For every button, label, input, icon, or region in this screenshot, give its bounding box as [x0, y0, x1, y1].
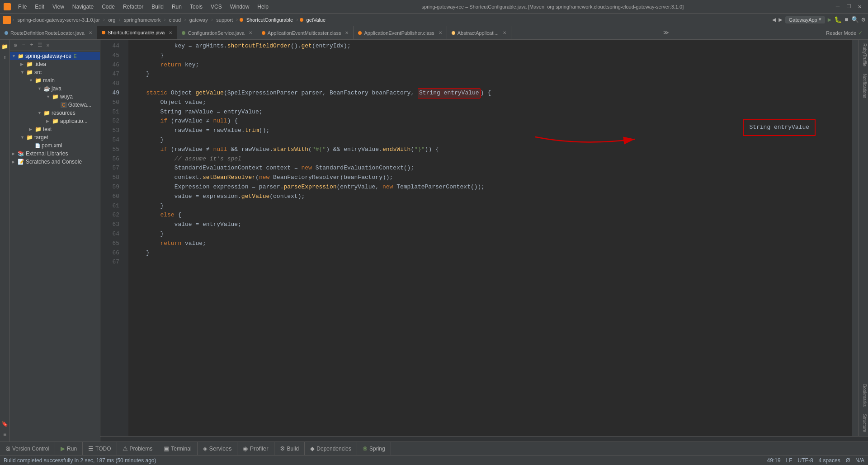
breadcrumb-org[interactable]: org — [106, 16, 117, 23]
sidebar-gear-icon[interactable]: ⚙ — [12, 42, 19, 49]
tree-idea[interactable]: ▶ 📁 .idea — [10, 60, 100, 68]
cursor-position[interactable]: 49:19 — [767, 457, 781, 464]
run-button[interactable]: ▶ — [828, 16, 831, 23]
tab-abstractapplicati[interactable]: AbstractApplicati... ✕ — [447, 26, 511, 39]
menu-file[interactable]: File — [14, 2, 30, 11]
tree-label: src — [34, 69, 42, 75]
tree-external-libraries[interactable]: ▶ 📚 External Libraries — [10, 150, 100, 158]
breadcrumb-cloud[interactable]: cloud — [167, 16, 183, 23]
bottom-spring[interactable]: ❀ Spring — [357, 442, 391, 455]
breadcrumb-shortcutconfigurable[interactable]: ShortcutConfigurable — [245, 16, 295, 23]
menu-run[interactable]: Run — [168, 2, 185, 11]
bottom-run[interactable]: ▶ Run — [55, 442, 83, 455]
tree-test[interactable]: ▶ 📁 test — [10, 125, 100, 133]
menu-view[interactable]: View — [49, 2, 68, 11]
bottom-version-control[interactable]: ⛓ Version Control — [0, 442, 55, 455]
maximize-button[interactable]: □ — [844, 3, 853, 10]
right-panel-rubytruffle[interactable]: RubyTruffle — [859, 40, 868, 70]
folder-icon: 📁 — [35, 126, 42, 132]
sidebar-expand-icon[interactable]: + — [28, 42, 35, 49]
tab-close-icon[interactable]: ✕ — [503, 30, 506, 35]
breadcrumb-jar[interactable]: spring-cloud-gateway-server-3.1.0.jar — [16, 16, 102, 23]
tree-resources[interactable]: ▼ 📁 resources — [10, 109, 100, 117]
menu-bar[interactable]: File Edit View Navigate Code Refactor Bu… — [14, 2, 272, 11]
close-button[interactable]: ✕ — [855, 3, 864, 10]
tab-close-icon[interactable]: ✕ — [249, 30, 252, 35]
tab-close-icon[interactable]: ✕ — [345, 30, 349, 35]
tabs-overflow[interactable]: ≫ — [660, 29, 672, 36]
settings-button[interactable]: ⚙ — [862, 16, 865, 23]
breadcrumb-method[interactable]: getValue — [300, 16, 328, 23]
minimize-button[interactable]: ─ — [833, 3, 842, 10]
tab-close-icon[interactable]: ✕ — [439, 30, 442, 35]
profiler-label: Profiler — [250, 445, 268, 452]
encoding[interactable]: UTF-8 — [798, 457, 813, 464]
bottom-dependencies[interactable]: ◆ Dependencies — [305, 442, 357, 455]
menu-vcs[interactable]: VCS — [207, 2, 226, 11]
tab-routedefinition[interactable]: RouteDefinitionRouteLocator.java ✕ — [0, 26, 97, 39]
tree-java[interactable]: ▼ ☕ java — [10, 85, 100, 93]
horizontal-scrollbar[interactable] — [100, 436, 868, 442]
right-panel-structure[interactable]: Structure — [859, 410, 868, 436]
tab-applicationeventmulticaster[interactable]: ApplicationEventMulticaster.class ✕ — [257, 26, 354, 39]
bottom-problems[interactable]: ⚠ Problems — [117, 442, 159, 455]
menu-navigate[interactable]: Navigate — [69, 2, 97, 11]
tree-application[interactable]: ▶ 📁 applicatio... — [10, 117, 100, 125]
menu-refactor[interactable]: Refactor — [119, 2, 147, 11]
menu-tools[interactable]: Tools — [186, 2, 206, 11]
tab-close-icon[interactable]: ✕ — [169, 30, 172, 35]
back-button[interactable]: ◀ — [772, 16, 776, 23]
menu-code[interactable]: Code — [98, 2, 118, 11]
class-icon — [240, 18, 243, 22]
bottom-terminal[interactable]: ▣ Terminal — [158, 442, 197, 455]
line-ending[interactable]: LF — [786, 457, 793, 464]
vertical-scrollbar[interactable] — [852, 40, 858, 436]
forward-button[interactable]: ▶ — [778, 16, 782, 23]
reader-mode-toggle[interactable]: Reader Mode ✓ — [821, 26, 868, 39]
bottom-todo[interactable]: ☰ TODO — [83, 442, 117, 455]
search-button[interactable]: 🔍 — [851, 16, 859, 23]
menu-edit[interactable]: Edit — [31, 2, 48, 11]
sidebar-collapse-icon[interactable]: − — [20, 42, 27, 49]
tree-scratches[interactable]: ▶ 📝 Scratches and Console — [10, 158, 100, 166]
nav-bar: › spring-cloud-gateway-server-3.1.0.jar … — [0, 14, 868, 26]
indent[interactable]: 4 spaces — [819, 457, 840, 464]
run-config-name: GatewayApp — [789, 17, 817, 23]
bookmark-icon[interactable]: 🔖 — [1, 420, 9, 428]
menu-window[interactable]: Window — [226, 2, 253, 11]
right-panel-notifications[interactable]: Notifications — [859, 70, 868, 102]
code-line-60: value = expression.getValue(context); — [132, 192, 848, 202]
run-config[interactable]: GatewayApp ▼ — [785, 16, 825, 23]
tab-close-icon[interactable]: ✕ — [89, 30, 92, 35]
breadcrumb-support[interactable]: support — [214, 16, 235, 23]
menu-build[interactable]: Build — [148, 2, 167, 11]
sidebar-settings-icon[interactable]: ☰ — [36, 42, 43, 49]
tree-main[interactable]: ▼ 📁 main — [10, 76, 100, 85]
bottom-profiler[interactable]: ◉ Profiler — [237, 442, 274, 455]
breadcrumb-gateway[interactable]: gateway — [188, 16, 210, 23]
tree-wuya[interactable]: ▼ 📁 wuya — [10, 93, 100, 101]
stop-button[interactable]: ■ — [844, 16, 848, 23]
code-editor[interactable]: key = argHints.shortcutFieldOrder().get(… — [128, 40, 852, 436]
debug-button[interactable]: 🐛 — [834, 16, 842, 23]
code-line-49: static Object getValue(SpelExpressionPar… — [132, 89, 848, 98]
sidebar-close-icon[interactable]: ✕ — [44, 42, 52, 49]
tab-shortcutconfigurable[interactable]: ShortcutConfigurable.java ✕ — [97, 26, 178, 40]
right-panel-bookmarks[interactable]: Bookmarks — [859, 380, 868, 410]
bottom-build[interactable]: ⚙ Build — [274, 442, 305, 455]
tree-project-root[interactable]: ▼ 📁 spring-gateway-rce E — [10, 52, 100, 60]
tree-src[interactable]: ▼ 📁 src — [10, 68, 100, 76]
tab-configurationservice[interactable]: ConfigurationService.java ✕ — [177, 26, 257, 39]
tab-applicationeventpublisher[interactable]: ApplicationEventPublisher.class ✕ — [354, 26, 447, 39]
tree-pom[interactable]: 📄 pom.xml — [10, 141, 100, 150]
menu-help[interactable]: Help — [254, 2, 272, 11]
bottom-services[interactable]: ◈ Services — [198, 442, 238, 455]
breadcrumb-class[interactable]: ShortcutConfigurable — [240, 16, 295, 23]
breadcrumb-springframework[interactable]: springframework — [122, 16, 162, 23]
commit-icon[interactable]: ⬆ — [1, 53, 9, 61]
tree-target[interactable]: ▼ 📁 target — [10, 133, 100, 141]
project-panel-icon[interactable]: 📁 — [1, 42, 9, 51]
breadcrumb-getvalue[interactable]: getValue — [305, 16, 328, 23]
tree-gateway-file[interactable]: G Gatewa... — [10, 101, 100, 109]
structure-icon[interactable]: ≡ — [1, 431, 9, 439]
